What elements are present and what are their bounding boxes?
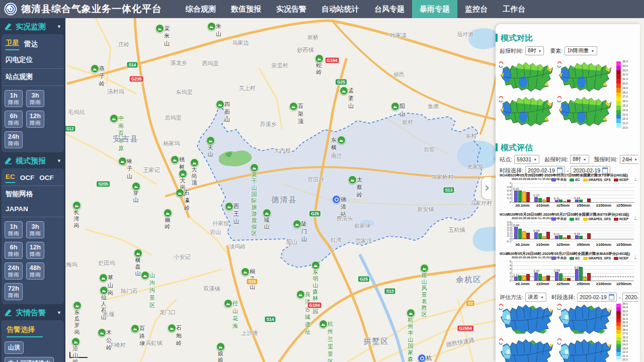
forecast-time-select[interactable]: 24H▼	[620, 155, 638, 164]
town-label-南庄: 南庄	[331, 152, 342, 160]
mountain-icon	[100, 286, 108, 295]
mountain-icon	[99, 274, 108, 282]
bar-EC-≥50mm	[579, 267, 583, 281]
rain-button-48h[interactable]: 48h降雨	[26, 262, 44, 280]
bar-GRAPES_GFS-≥0.1mm	[522, 192, 526, 202]
x-tick-label: ≥10mm	[532, 203, 553, 208]
place-label: 东瓜罗岗	[74, 309, 80, 335]
place-label: 粜米山	[164, 25, 170, 47]
road-badge-S13: S13	[443, 188, 454, 193]
download-icon[interactable]: ↓	[634, 254, 636, 259]
nav-item-综合观测[interactable]: 综合观测	[178, 0, 223, 18]
rain-button-3h[interactable]: 3h降雨	[26, 90, 44, 107]
tab-站点观测[interactable]: 站点观测	[6, 72, 33, 83]
mountain-icon	[216, 100, 224, 109]
mountain-icon	[72, 201, 81, 210]
tab-雷达[interactable]: 雷达	[24, 40, 38, 50]
sidebar-section-header-模式预报[interactable]: 模式预报▼	[0, 153, 65, 168]
date-to-input[interactable]: 2020-02-19	[622, 293, 638, 302]
road-badge-S14: S14	[127, 62, 137, 68]
sidebar-section-title: 灾情告警	[16, 308, 57, 318]
colorbar-tick: 22.0	[622, 117, 628, 120]
start-time-select[interactable]: 8时▼	[570, 155, 589, 164]
road-badge-S14: S14	[265, 317, 275, 322]
sidebar-section-title: 模式预报	[16, 156, 57, 166]
town-label-溪龙乡: 溪龙乡	[171, 59, 187, 67]
mountain-icon	[250, 163, 259, 172]
nav-item-监控台[interactable]: 监控台	[457, 0, 495, 18]
rain-button-24h[interactable]: 24h降雨	[5, 262, 23, 280]
tab-OCF[interactable]: OCF	[20, 174, 35, 183]
colorbar-segment	[616, 119, 621, 123]
town-label-西坞里: 西坞里	[202, 60, 219, 67]
download-icon[interactable]: ↓	[634, 176, 636, 180]
place-label: 太蔡岭	[357, 176, 362, 199]
bar-中央台-≥10mm	[534, 273, 538, 281]
mountain-icon	[206, 136, 215, 145]
chevron-down-icon: ▼	[538, 49, 541, 53]
alert-button-山洪[interactable]: 山洪	[5, 341, 24, 354]
rain-button-1h[interactable]: 1h降雨	[5, 90, 23, 107]
mountain-icon	[155, 24, 164, 33]
x-tick-label: ≥50mm	[573, 242, 594, 247]
bar-NCEP-≥10mm	[546, 276, 550, 281]
rain-button-12h[interactable]: 12h降雨	[26, 242, 44, 259]
nav-item-台风专题[interactable]: 台风专题	[367, 0, 412, 18]
place-label: 石瀛岭	[184, 189, 190, 212]
chart-subtitle: 2020-05-26:08.024h Vs 25:20.036h	[512, 177, 557, 180]
mountain-icon	[176, 189, 184, 197]
nav-item-实况告警[interactable]: 实况告警	[269, 0, 314, 18]
rain-button-24h[interactable]: 24h降雨	[5, 131, 23, 148]
place-label: 阳山	[399, 103, 405, 118]
x-tick-label: ≥10mm	[532, 282, 553, 286]
bar-EC-≥0.1mm	[518, 191, 522, 202]
colorbar-tick: 34.0	[622, 64, 628, 67]
main-nav: 综合观测数值预报实况告警自动站统计台风专题暴雨专题监控台工作台	[178, 0, 533, 18]
download-icon[interactable]: ↓	[634, 215, 636, 220]
place-label: 孟婆山	[348, 87, 354, 110]
panel-collapse-button[interactable]	[482, 177, 491, 199]
nav-item-工作台[interactable]: 工作台	[495, 0, 533, 18]
tab-卫星[interactable]: 卫星	[6, 39, 19, 50]
mountain-icon	[296, 290, 305, 299]
tab-OCF[interactable]: OCF	[39, 174, 54, 183]
rain-button-1h[interactable]: 1h降雨	[5, 221, 23, 238]
tab-闪电定位[interactable]: 闪电定位	[6, 55, 33, 66]
nav-item-数值预报[interactable]: 数值预报	[223, 0, 269, 18]
rain-button-6h[interactable]: 6h降雨	[5, 111, 23, 128]
chevron-down-icon: ▼	[540, 296, 544, 299]
alert-button-中小河流域洪水[interactable]: 中小河流域洪水	[5, 357, 54, 362]
x-tick-label: ≥25mm	[553, 203, 574, 208]
town-label-垣圩港: 垣圩港	[457, 31, 474, 38]
mountain-icon	[340, 86, 348, 95]
x-tick-label: ≥100mm	[593, 242, 614, 247]
nav-item-暴雨专题[interactable]: 暴雨专题	[412, 0, 457, 18]
element-select[interactable]: 1h降雨量▼	[565, 46, 597, 55]
legend-swatch	[551, 178, 556, 182]
date-from-input[interactable]: 2020-02-19	[577, 293, 617, 302]
district-label-拱墅区: 拱墅区	[364, 337, 389, 346]
town-label-上沙塘: 上沙塘	[242, 329, 258, 337]
colorbar-tick: 26.0	[622, 100, 628, 103]
rain-button-12h[interactable]: 12h降雨	[26, 111, 44, 128]
place-label: 天山	[208, 144, 213, 157]
rain-button-72h[interactable]: 72h降雨	[5, 283, 23, 300]
method-select[interactable]: 误差▼	[525, 293, 546, 302]
nav-item-自动站统计[interactable]: 自动站统计	[314, 0, 367, 18]
place-label: 径山花海	[232, 300, 238, 330]
sidebar-section-header-灾情告警[interactable]: 灾情告警▼	[0, 305, 65, 320]
x-tick-label: ≥50mm	[573, 203, 594, 208]
tab-智能网格[interactable]: 智能网格	[6, 190, 33, 200]
place-label: 幽岭	[165, 217, 171, 230]
station-select[interactable]: 59331▼	[514, 155, 539, 164]
colorbar: 35.034.033.032.031.030.029.028.027.026.0…	[616, 61, 633, 128]
bar-value-label: 0.14	[574, 232, 580, 235]
tab-EC[interactable]: EC	[6, 173, 15, 183]
sidebar-section-header-实况监测[interactable]: 实况监测▼	[0, 19, 65, 34]
colorbar-segment	[616, 66, 621, 70]
bar-value-label: 0.11	[554, 232, 560, 236]
tab-JAPAN[interactable]: JAPAN	[6, 205, 28, 214]
rain-button-6h[interactable]: 6h降雨	[5, 242, 23, 259]
start-time-select[interactable]: 8时▼	[525, 46, 544, 55]
rain-button-3h[interactable]: 3h降雨	[26, 221, 44, 238]
